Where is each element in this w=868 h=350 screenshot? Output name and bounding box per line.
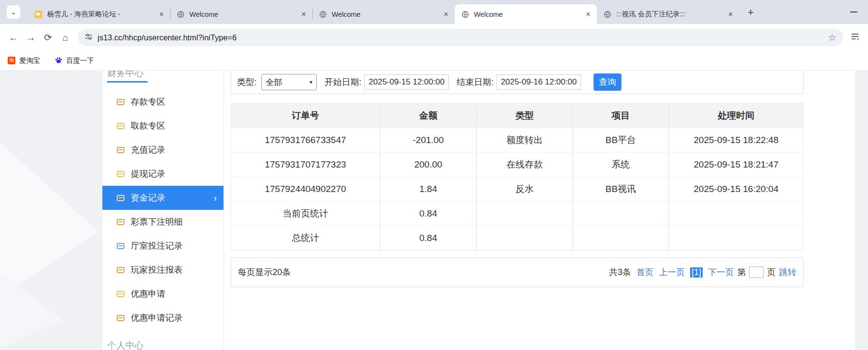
sidebar-item-deposit-area[interactable]: 存款专区 — [102, 90, 223, 114]
prev-page-link[interactable]: 上一页 — [659, 266, 685, 278]
amount-cell: 200.00 — [380, 153, 476, 177]
browser-tab-welcome-2[interactable]: Welcome × — [312, 4, 455, 24]
amount-cell: -201.00 — [380, 128, 476, 152]
total-count-text: 共3条 — [609, 266, 631, 278]
bookmark-star-button[interactable]: ☆ — [828, 32, 836, 43]
tab-title: Welcome — [474, 11, 579, 18]
jump-prefix-label: 第 — [737, 266, 746, 278]
tab-title: 杨雪儿 - 海燕策略论坛 - — [47, 10, 152, 19]
order-id-cell: 1757931707177323 — [231, 153, 380, 177]
bookmark-label: 爱淘宝 — [19, 56, 40, 65]
bookmark-taobao[interactable]: 淘 爱淘宝 — [8, 56, 40, 65]
home-button[interactable]: ⌂ — [57, 29, 74, 46]
sidebar-item-recharge-record[interactable]: 充值记录 — [102, 138, 223, 162]
tab-close-icon[interactable]: × — [299, 10, 309, 19]
order-id-cell: 1757924404902270 — [231, 177, 380, 201]
forum-favicon-icon — [35, 11, 42, 18]
taobao-icon: 淘 — [8, 57, 15, 64]
content-card: 财务中心 存款专区 取款专区 充值记录 提现记录 — [102, 71, 855, 350]
address-bar[interactable]: js13.cc/hhcp/usercenter.html?iniType=6 ☆ — [78, 29, 843, 46]
forward-button[interactable]: → — [22, 29, 39, 46]
table-row-grand-total: 总统计 0.84 — [231, 226, 803, 250]
funds-record-icon — [117, 195, 124, 201]
browser-tab-welcome-active[interactable]: Welcome × — [455, 4, 597, 24]
globe-icon — [461, 11, 469, 18]
bookmarks-bar: 淘 爱淘宝 百度一下 — [0, 51, 868, 71]
table-header-row: 订单号 金额 类型 项目 处理时间 — [231, 104, 803, 128]
browser-tab-forum[interactable]: 杨雪儿 - 海燕策略论坛 - × — [28, 4, 170, 24]
tab-strip: ⌄ 杨雪儿 - 海燕策略论坛 - × Welcome × Welcome × W… — [0, 0, 868, 24]
reload-button[interactable]: ⟳ — [39, 29, 57, 46]
tab-close-icon[interactable]: × — [157, 10, 166, 19]
sidebar-item-promo-apply[interactable]: 优惠申请 — [102, 282, 223, 306]
sidebar-item-player-bet-report[interactable]: 玩家投注报表 — [102, 258, 223, 282]
tab-title: Welcome — [332, 11, 436, 18]
sidebar-item-withdrawal-record[interactable]: 提现记录 — [102, 162, 223, 186]
back-arrow-icon: ← — [9, 32, 18, 43]
page-number-input[interactable] — [749, 266, 764, 278]
first-page-link[interactable]: 首页 — [636, 266, 654, 278]
promo-apply-record-icon — [117, 315, 124, 321]
time-cell — [669, 202, 803, 226]
start-date-input[interactable] — [364, 74, 449, 90]
bookmark-baidu[interactable]: 百度一下 — [55, 56, 94, 65]
amount-cell: 1.84 — [380, 177, 476, 201]
home-icon: ⌂ — [62, 32, 68, 43]
tab-close-icon[interactable]: × — [726, 10, 735, 19]
browser-tab-video-records[interactable]: :::视讯 会员下注纪录::: × — [597, 4, 739, 24]
tab-search-button[interactable]: ⌄ — [7, 5, 20, 19]
sidebar-item-room-bet-record[interactable]: 厅室投注记录 — [102, 234, 223, 258]
side-panel-button[interactable] — [847, 29, 863, 46]
chevron-right-icon: › — [213, 193, 217, 204]
time-cell — [669, 226, 803, 250]
section-title: 财务中心 — [107, 71, 144, 80]
search-button[interactable]: 查询 — [594, 73, 621, 91]
type-select-value: 全部 — [266, 77, 282, 88]
type-cell: 反水 — [476, 177, 572, 201]
end-date-input[interactable] — [496, 74, 581, 90]
pagination-bar: 每页显示20条 共3条 首页 上一页 [1] 下一页 第 页 跳转 — [231, 257, 804, 287]
sidebar-item-label: 厅室投注记录 — [131, 240, 183, 252]
player-bet-report-icon — [117, 267, 124, 273]
per-page-text: 每页显示20条 — [238, 266, 291, 278]
project-cell: BB视讯 — [572, 177, 669, 201]
time-cell: 2025-09-15 18:21:47 — [669, 153, 803, 177]
browser-tab-welcome-1[interactable]: Welcome × — [170, 4, 312, 24]
pagination-controls: 共3条 首页 上一页 [1] 下一页 第 页 跳转 — [609, 266, 796, 278]
new-tab-button[interactable]: + — [744, 6, 757, 19]
back-button[interactable]: ← — [5, 29, 22, 46]
sidebar-item-label: 优惠申请 — [131, 288, 165, 300]
deposit-icon — [117, 99, 124, 105]
jump-link[interactable]: 跳转 — [779, 266, 796, 278]
type-label: 类型: — [237, 76, 257, 88]
sidebar-item-funds-record[interactable]: 资金记录 › — [102, 186, 223, 210]
tab-title: :::视讯 会员下注纪录::: — [616, 10, 721, 19]
globe-icon — [604, 11, 611, 18]
project-cell — [572, 202, 669, 226]
window-minimize-button[interactable] — [850, 12, 857, 12]
sidebar-item-label: 优惠申请记录 — [131, 312, 183, 324]
sidebar-item-lottery-bet-detail[interactable]: 彩票下注明细 — [102, 210, 223, 234]
project-cell: 系统 — [572, 153, 669, 177]
table-row: 1757931766733547 -201.00 额度转出 BB平台 2025-… — [231, 128, 803, 152]
project-cell: BB平台 — [572, 128, 669, 152]
next-page-link[interactable]: 下一页 — [708, 266, 734, 278]
tab-close-icon[interactable]: × — [583, 10, 593, 19]
sidebar-item-label: 取款专区 — [131, 120, 165, 132]
sidebar-item-withdraw-area[interactable]: 取款专区 — [102, 114, 223, 138]
sidebar-menu: 存款专区 取款专区 充值记录 提现记录 资金记录 › — [102, 90, 223, 330]
time-cell: 2025-09-15 16:20:04 — [669, 177, 803, 201]
lottery-bet-detail-icon — [117, 219, 124, 225]
reload-icon: ⟳ — [44, 32, 52, 43]
column-header: 金额 — [380, 104, 476, 128]
type-select[interactable]: 全部 ▾ — [261, 74, 317, 90]
recharge-record-icon — [117, 147, 124, 153]
sidebar-item-label: 玩家投注报表 — [131, 264, 183, 276]
globe-icon — [319, 11, 327, 18]
tab-close-icon[interactable]: × — [441, 10, 451, 19]
page-viewport: 财务中心 存款专区 取款专区 充值记录 提现记录 — [0, 71, 868, 350]
type-cell: 在线存款 — [476, 153, 572, 177]
baidu-icon — [55, 56, 62, 65]
plus-icon: + — [748, 6, 754, 19]
sidebar-item-promo-apply-record[interactable]: 优惠申请记录 — [102, 306, 223, 330]
